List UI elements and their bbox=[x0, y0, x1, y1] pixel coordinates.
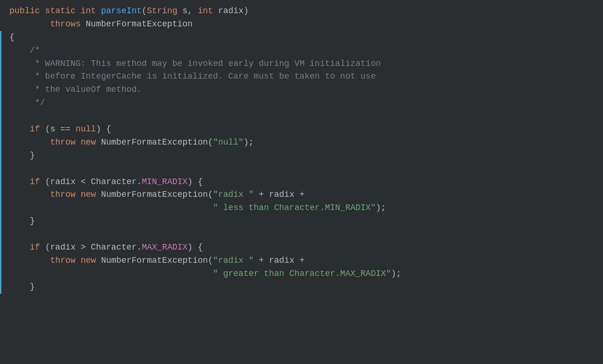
code-line-line21: " greater than Character.MAX_RADIX"); bbox=[0, 267, 603, 281]
token-kw-new: new bbox=[81, 188, 101, 202]
token-kw-throws: throws bbox=[9, 18, 86, 31]
token-param-name: s bbox=[182, 5, 187, 18]
code-line-line19: if (radix > Character.MAX_RADIX) { bbox=[0, 241, 603, 254]
token-semi: ; bbox=[381, 202, 386, 215]
code-line-line11: throw new NumberFormatException("null"); bbox=[0, 136, 603, 149]
token-paren: ) bbox=[391, 267, 396, 281]
token-exception-name: NumberFormatException bbox=[101, 254, 208, 267]
token-param-name: radix bbox=[50, 176, 81, 189]
code-line-line9 bbox=[0, 110, 603, 123]
code-line-line18 bbox=[0, 228, 603, 241]
token-kw-if: if bbox=[9, 176, 45, 189]
code-line-line17: } bbox=[0, 215, 603, 228]
token-exception-name: NumberFormatException bbox=[101, 188, 208, 202]
token-param-name: radix bbox=[269, 188, 294, 202]
token-string: " less than Character.MIN_RADIX" bbox=[9, 202, 376, 215]
token-constant: MAX_RADIX bbox=[142, 241, 187, 254]
token-brace: } bbox=[9, 215, 35, 228]
token-class-name: Character. bbox=[86, 241, 142, 254]
token-operator: + bbox=[254, 254, 269, 267]
token-kw-null: null bbox=[71, 123, 96, 136]
token-fn-name: parseInt bbox=[101, 5, 141, 18]
code-line-line12: } bbox=[0, 149, 603, 162]
token-paren: ) bbox=[244, 136, 249, 149]
code-line-line4: /* bbox=[0, 44, 603, 57]
token-brace: } bbox=[9, 281, 35, 294]
code-line-line22: } bbox=[0, 281, 603, 294]
token-comment: * before IntegerCache is initialized. Ca… bbox=[9, 70, 376, 83]
token-brace: { bbox=[198, 241, 203, 254]
token-param-name: s bbox=[50, 123, 60, 136]
token-paren: ) bbox=[96, 123, 106, 136]
token-paren: ( bbox=[208, 136, 213, 149]
token-kw-if: if bbox=[9, 123, 45, 136]
token-paren: ( bbox=[208, 254, 213, 267]
code-line-line8: */ bbox=[0, 97, 603, 110]
token-kw-throw: throw bbox=[9, 254, 81, 267]
token-brace: { bbox=[106, 123, 111, 136]
token-paren: ( bbox=[142, 5, 147, 18]
code-line-line7: * the valueOf method. bbox=[0, 83, 603, 97]
token-paren: ( bbox=[208, 188, 213, 202]
token-string: "radix " bbox=[213, 188, 253, 202]
token-exception-name: NumberFormatException bbox=[86, 18, 193, 31]
token-comment: * the valueOf method. bbox=[9, 83, 142, 97]
token-kw-modifier: public static int bbox=[9, 5, 101, 18]
token-string: "radix " bbox=[213, 254, 253, 267]
token-paren: ) bbox=[244, 5, 249, 18]
token-operator: + bbox=[254, 188, 269, 202]
token-string: "null" bbox=[213, 136, 244, 149]
token-paren: , bbox=[187, 5, 198, 18]
token-brace: } bbox=[9, 149, 35, 162]
token-paren: ) bbox=[376, 202, 381, 215]
token-kw-modifier: int bbox=[198, 5, 218, 18]
token-param-name: radix bbox=[218, 5, 244, 18]
token-comment: * WARNING: This method may be invoked ea… bbox=[9, 57, 381, 71]
code-editor: public static int parseInt(String s, int… bbox=[0, 0, 603, 364]
token-class-name: Character. bbox=[86, 176, 142, 189]
token-semi: ; bbox=[396, 267, 401, 281]
code-line-line13 bbox=[0, 162, 603, 176]
token-paren: ) bbox=[187, 241, 198, 254]
token-operator: + bbox=[294, 254, 305, 267]
token-operator: > bbox=[81, 241, 86, 254]
code-line-line14: if (radix < Character.MIN_RADIX) { bbox=[0, 176, 603, 189]
token-kw-new: new bbox=[81, 136, 101, 149]
token-operator: == bbox=[60, 123, 71, 136]
token-string: " greater than Character.MAX_RADIX" bbox=[9, 267, 391, 281]
token-semi: ; bbox=[249, 136, 254, 149]
token-brace: { bbox=[9, 31, 15, 44]
token-paren: ) bbox=[187, 176, 198, 189]
code-line-line20: throw new NumberFormatException("radix "… bbox=[0, 254, 603, 267]
token-brace: { bbox=[198, 176, 203, 189]
token-comment: /* bbox=[9, 44, 40, 57]
code-line-line3: { bbox=[0, 31, 603, 44]
token-kw-new: new bbox=[81, 254, 101, 267]
token-comment: */ bbox=[9, 97, 45, 110]
token-paren: ( bbox=[45, 123, 50, 136]
token-kw-throw: throw bbox=[9, 188, 81, 202]
token-kw-if: if bbox=[9, 241, 45, 254]
token-param-name: radix bbox=[50, 241, 81, 254]
token-paren: ( bbox=[45, 176, 50, 189]
token-constant: MIN_RADIX bbox=[142, 176, 187, 189]
code-line-line10: if (s == null) { bbox=[0, 123, 603, 136]
token-paren: ( bbox=[45, 241, 50, 254]
token-operator: < bbox=[81, 176, 86, 189]
token-operator: + bbox=[294, 188, 305, 202]
code-line-line6: * before IntegerCache is initialized. Ca… bbox=[0, 70, 603, 83]
code-line-line15: throw new NumberFormatException("radix "… bbox=[0, 188, 603, 202]
code-line-line16: " less than Character.MIN_RADIX"); bbox=[0, 202, 603, 215]
token-exception-name: NumberFormatException bbox=[101, 136, 208, 149]
token-kw-modifier: String bbox=[147, 5, 183, 18]
token-param-name: radix bbox=[269, 254, 294, 267]
code-line-line1: public static int parseInt(String s, int… bbox=[0, 5, 603, 18]
code-line-line2: throws NumberFormatException bbox=[0, 18, 603, 31]
code-line-line5: * WARNING: This method may be invoked ea… bbox=[0, 57, 603, 71]
token-kw-throw: throw bbox=[9, 136, 81, 149]
